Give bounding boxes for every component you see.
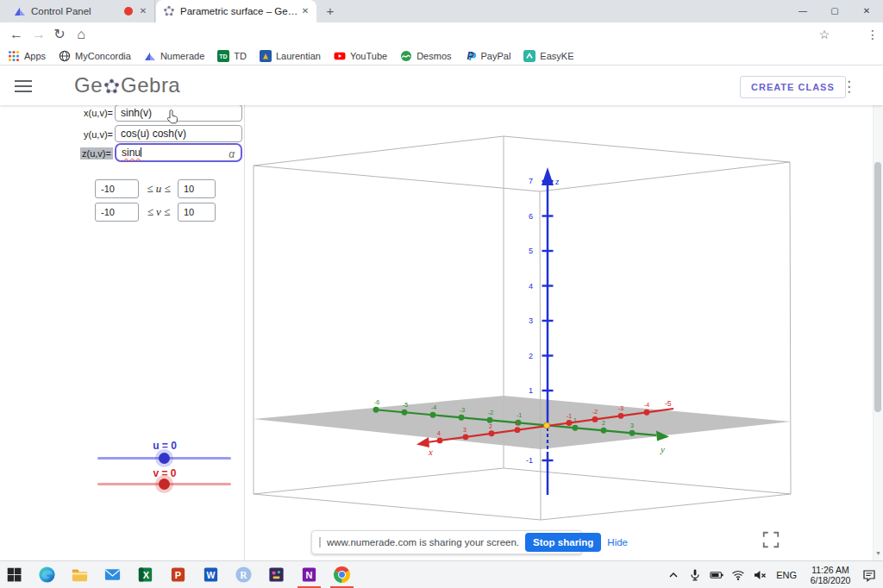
svg-text:4: 4 [529, 282, 533, 291]
taskbar-onenote[interactable]: N [299, 561, 319, 588]
battery-icon[interactable] [710, 568, 723, 582]
action-center-icon[interactable] [862, 568, 876, 582]
tab-close-icon[interactable]: ✕ [136, 4, 150, 18]
graphics-3d-view[interactable]: -6-5-4-3-2-1123y4321-1-2-3-4-5x7654321-1… [246, 105, 873, 560]
bookmark-label: Apps [24, 51, 46, 61]
taskbar-word[interactable]: W [201, 561, 221, 588]
svg-text:-6: -6 [374, 399, 379, 405]
taskbar-start[interactable] [4, 561, 24, 588]
bookmark-numerade[interactable]: Numerade [144, 50, 204, 62]
u-slider-handle[interactable] [159, 453, 170, 464]
svg-text:-2: -2 [488, 410, 493, 416]
taskbar-clock[interactable]: 11:26 AM 6/18/2020 [806, 565, 855, 585]
svg-text:R: R [240, 570, 247, 580]
bookmark-label: Laurentian [276, 51, 321, 61]
bookmark-desmos[interactable]: Desmos [400, 50, 451, 62]
forward-icon[interactable]: → [29, 22, 48, 47]
scrollbar-thumb[interactable] [874, 162, 881, 412]
bookmark-label: TD [234, 51, 247, 61]
v-slider-value: v = 0 [113, 467, 216, 479]
bookmark-label: EasyKE [540, 51, 573, 61]
hand-cursor-icon [165, 109, 179, 128]
geogebra-logo-icon [103, 78, 120, 95]
u-slider-value: u = 0 [113, 440, 216, 452]
svg-text:-5: -5 [665, 399, 672, 408]
tray-chevron-icon[interactable] [667, 568, 680, 582]
svg-text:2: 2 [489, 423, 492, 429]
tab-close-icon[interactable]: ✕ [298, 4, 312, 18]
taskbar-edge[interactable] [37, 561, 57, 588]
taskbar-chrome[interactable] [332, 561, 352, 588]
v-slider-handle[interactable] [159, 479, 170, 490]
tab-strip: Control Panel ✕ Parametric surface – Geo… [0, 0, 883, 22]
scrollbar-down-icon[interactable]: ▼ [874, 550, 882, 556]
v-range-label: ≤ v ≤ [141, 205, 177, 219]
bookmark-youtube[interactable]: YouTube [334, 50, 387, 62]
bookmark-td[interactable]: TDTD [217, 50, 247, 62]
reload-icon[interactable]: ↻ [50, 22, 69, 47]
svg-text:1: 1 [529, 386, 533, 395]
new-tab-button[interactable]: + [323, 3, 338, 19]
z-function-input[interactable]: sinuα [115, 143, 242, 162]
taskbar-game[interactable] [266, 561, 286, 588]
globe-icon [59, 50, 71, 62]
taskbar-powerpoint[interactable]: P [168, 561, 188, 588]
wifi-icon[interactable] [731, 568, 745, 582]
v-min-input[interactable]: -10 [95, 203, 139, 222]
bookmark-globe[interactable]: MyConcordia [59, 50, 131, 62]
system-tray: ENG 11:26 AM 6/18/2020 [667, 561, 883, 588]
logo-text: Gebra [121, 73, 180, 97]
taskbar-r-app[interactable]: R [234, 561, 254, 588]
tab-geogebra[interactable]: Parametric surface – GeoGebra ✕ [156, 0, 316, 22]
svg-text:y: y [660, 444, 665, 454]
window-close-button[interactable]: ✕ [854, 0, 880, 22]
header-kebab-icon[interactable]: ⋮ [842, 78, 856, 96]
u-min-input[interactable]: -10 [95, 179, 139, 198]
laurentian-icon [260, 50, 272, 62]
back-icon[interactable]: ← [7, 22, 26, 47]
volume-muted-icon[interactable] [753, 568, 767, 582]
youtube-icon [334, 50, 346, 62]
taskbar-excel[interactable]: X [135, 561, 155, 588]
svg-text:P: P [175, 570, 181, 580]
recording-indicator-icon [124, 7, 133, 16]
taskbar-mail[interactable] [103, 561, 122, 588]
fullscreen-icon[interactable] [761, 530, 780, 549]
easyke-icon [523, 50, 535, 62]
window-minimize-button[interactable]: — [790, 0, 816, 22]
geogebra-favicon-icon [163, 5, 175, 17]
svg-text:6: 6 [529, 212, 533, 221]
browser-menu-icon[interactable]: ⋮ [863, 22, 882, 47]
svg-text:2: 2 [602, 420, 605, 426]
window-maximize-button[interactable]: ▢ [822, 0, 848, 22]
bookmark-paypal[interactable]: PPPayPal [465, 50, 511, 62]
alpha-symbol-button[interactable]: α [229, 147, 235, 162]
hide-link[interactable]: Hide [607, 537, 628, 547]
bookmark-star-icon[interactable]: ☆ [815, 22, 834, 47]
tab-control-panel[interactable]: Control Panel ✕ [7, 0, 155, 22]
bookmark-easyke[interactable]: EasyKE [523, 50, 573, 62]
geogebra-logo[interactable]: Ge Gebra [74, 73, 180, 97]
bookmark-apps-grid[interactable]: Apps [8, 50, 46, 62]
tab-title: Control Panel [31, 6, 121, 16]
browser-toolbar: ← → ↻ ⌂ geogebra.org/m/BjV7cNwb ☆ I ⋮ [0, 22, 883, 47]
y-function-label: y(u,v)= [82, 129, 113, 140]
svg-text:-4: -4 [431, 404, 436, 410]
svg-text:3: 3 [630, 422, 634, 428]
tab-title: Parametric surface – GeoGebra [180, 6, 298, 16]
u-range-label: ≤ u ≤ [141, 182, 177, 196]
drag-handle-icon[interactable] [319, 537, 321, 547]
bookmarks-bar: AppsMyConcordiaNumeradeTDTDLaurentianYou… [0, 47, 883, 66]
u-max-input[interactable]: 10 [178, 179, 216, 198]
bookmark-laurentian[interactable]: Laurentian [260, 50, 321, 62]
home-icon[interactable]: ⌂ [72, 22, 91, 47]
svg-text:-1: -1 [526, 456, 533, 465]
create-class-button[interactable]: CREATE CLASS [740, 76, 846, 98]
microphone-icon[interactable] [688, 568, 702, 582]
menu-hamburger-icon[interactable] [15, 80, 32, 92]
stop-sharing-button[interactable]: Stop sharing [525, 533, 601, 552]
svg-text:5: 5 [529, 247, 533, 255]
taskbar-file-explorer[interactable] [70, 561, 90, 588]
language-indicator[interactable]: ENG [774, 570, 798, 580]
v-max-input[interactable]: 10 [178, 203, 216, 222]
